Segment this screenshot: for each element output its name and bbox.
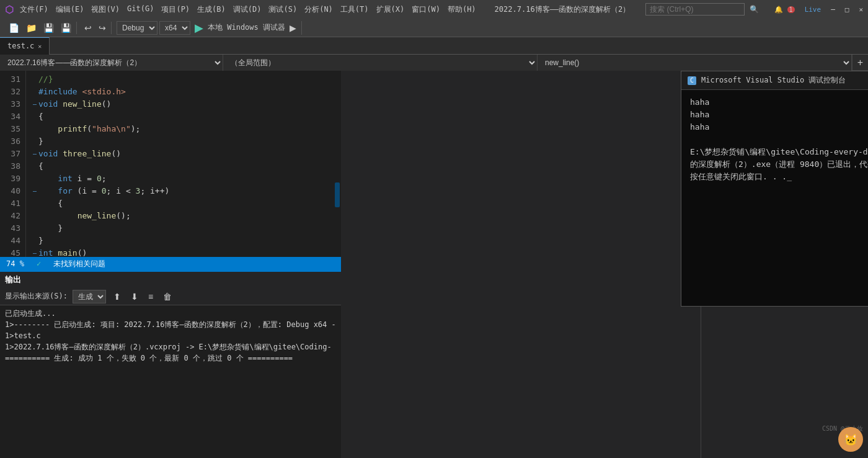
margin-39 xyxy=(31,173,38,185)
output-line-2: 1>-------- 已启动生成: 项目: 2022.7.16博客—函数的深度解… xyxy=(5,319,336,330)
menu-window[interactable]: 窗口(W) xyxy=(412,4,440,15)
menu-analyze[interactable]: 分析(N) xyxy=(304,4,333,15)
console-line-7: 按任意键关闭此窗口. . ._ xyxy=(690,171,868,183)
console-titlebar: C Microsoft Visual Studio 调试控制台 xyxy=(681,71,868,90)
menu-view[interactable]: 视图(V) xyxy=(91,4,120,15)
run-button[interactable]: ▶ xyxy=(192,21,206,35)
output-scroll-down-button[interactable]: ⬇ xyxy=(128,290,141,303)
code-line-34: { xyxy=(31,110,332,123)
notification-icon[interactable]: 🔔 1 xyxy=(774,6,795,14)
console-content: haha haha haha E:\梦想杂货铺\编程\gitee\Coding-… xyxy=(681,90,868,189)
output-wrap-button[interactable]: ≡ xyxy=(146,290,156,303)
margin-41 xyxy=(31,197,38,210)
menu-extensions[interactable]: 扩展(X) xyxy=(376,4,405,15)
avatar: 🐱 xyxy=(838,427,863,452)
file-path-select[interactable]: 2022.7.16博客——函数的深度解析（2） xyxy=(0,55,223,71)
code-line-40: — for (i = 0; i < 3; i++) xyxy=(31,185,332,197)
output-toolbar: 显示输出来源(S): 生成 ⬆ ⬇ ≡ 🗑 xyxy=(0,288,341,305)
line-num-37: 37 xyxy=(0,148,20,160)
code-line-45: — int main() xyxy=(31,247,332,257)
live-share-button[interactable]: Live xyxy=(805,6,822,14)
tab-close-button[interactable]: ✕ xyxy=(38,43,42,50)
zoom-level: 74 % xyxy=(6,259,24,268)
editor-scrollbar[interactable] xyxy=(332,71,341,257)
margin-36 xyxy=(31,135,38,148)
console-line-4 xyxy=(690,133,868,146)
redo-button[interactable]: ↪ xyxy=(96,22,108,34)
code-line-43: } xyxy=(31,222,332,235)
menu-help[interactable]: 帮助(H) xyxy=(448,4,476,15)
line-num-35: 35 xyxy=(0,123,20,135)
line-num-45: 45 xyxy=(0,247,20,257)
margin-32 xyxy=(31,86,38,98)
output-content: 已启动生成... 1>-------- 已启动生成: 项目: 2022.7.16… xyxy=(0,305,341,366)
vs-logo: ⬡ xyxy=(5,4,14,16)
close-button[interactable]: ✕ xyxy=(859,6,863,14)
console-line-3: haha xyxy=(690,121,868,133)
margin-37: — xyxy=(31,148,38,160)
console-line-2: haha xyxy=(690,109,868,121)
save-all-button[interactable]: 💾 xyxy=(58,22,74,34)
tab-test-c[interactable]: test.c ✕ xyxy=(0,37,50,55)
menu-debug[interactable]: 调试(D) xyxy=(233,4,262,15)
menu-build[interactable]: 生成(B) xyxy=(197,4,226,15)
margin-33: — xyxy=(31,98,38,110)
title-search-area: 🔍 xyxy=(645,3,759,16)
menu-bar: 文件(F) 编辑(E) 视图(V) Git(G) 项目(P) 生成(B) 调试(… xyxy=(20,4,476,15)
output-panel: 输出 显示输出来源(S): 生成 ⬆ ⬇ ≡ 🗑 已启动生成... 1>----… xyxy=(0,271,341,458)
code-line-44: } xyxy=(31,235,332,247)
code-nav-bar: 2022.7.16博客——函数的深度解析（2） （全局范围） new_line(… xyxy=(0,55,868,71)
toolbar-debug-group: Debug x64 ▶ 本地 Windows 调试器 ▶ xyxy=(114,21,302,35)
window-title: 2022.7.16博客——函数的深度解析（2） xyxy=(495,4,631,15)
line-num-38: 38 xyxy=(0,160,20,173)
run-alt-button[interactable]: ▶ xyxy=(287,22,299,34)
debug-config-select[interactable]: Debug xyxy=(117,21,157,35)
output-line-1: 已启动生成... xyxy=(5,308,336,319)
line-num-43: 43 xyxy=(0,222,20,235)
menu-file[interactable]: 文件(F) xyxy=(20,4,48,15)
code-line-37: — void three_line() xyxy=(31,148,332,160)
margin-45: — xyxy=(31,247,38,257)
menu-test[interactable]: 测试(S) xyxy=(268,4,297,15)
scope-select[interactable]: （全局范围） xyxy=(223,55,538,71)
line-num-34: 34 xyxy=(0,110,20,123)
run-label[interactable]: 本地 Windows 调试器 xyxy=(208,22,285,33)
code-line-31: //} xyxy=(31,73,332,86)
status-bar: 74 % ✓ 未找到相关问题 xyxy=(0,257,341,271)
main-content: 31 32 33 34 35 36 37 38 39 40 41 42 43 4… xyxy=(0,71,868,458)
function-select[interactable]: new_line() xyxy=(538,55,852,71)
line-num-42: 42 xyxy=(0,210,20,222)
platform-select[interactable]: x64 xyxy=(159,21,190,35)
code-lines[interactable]: //} #include <stdio.h> — void new_line()… xyxy=(26,71,332,257)
main-toolbar: 📄 📁 💾 💾 ↩ ↪ Debug x64 ▶ 本地 Windows 调试器 ▶ xyxy=(0,19,868,37)
code-line-38: { xyxy=(31,160,332,173)
new-file-button[interactable]: 📄 xyxy=(6,22,22,34)
output-line-4: 1>2022.7.16博客—函数的深度解析（2）.vcxproj -> E:\梦… xyxy=(5,341,336,352)
menu-git[interactable]: Git(G) xyxy=(127,4,154,15)
open-folder-button[interactable]: 📁 xyxy=(24,22,39,34)
toolbar-undo-group: ↩ ↪ xyxy=(79,22,112,34)
menu-project[interactable]: 项目(P) xyxy=(161,4,190,15)
menu-tools[interactable]: 工具(T) xyxy=(340,4,369,15)
line-num-31: 31 xyxy=(0,73,20,86)
line-num-33: 33 xyxy=(0,98,20,110)
code-line-39: int i = 0; xyxy=(31,173,332,185)
output-clear-button[interactable]: 🗑 xyxy=(161,290,174,303)
save-button[interactable]: 💾 xyxy=(41,22,56,34)
output-line-5: ========== 生成: 成功 1 个，失败 0 个，最新 0 个，跳过 0… xyxy=(5,352,336,364)
code-line-36: } xyxy=(31,135,332,148)
console-line-1: haha xyxy=(690,96,868,109)
undo-button[interactable]: ↩ xyxy=(82,22,94,34)
title-bar: ⬡ 文件(F) 编辑(E) 视图(V) Git(G) 项目(P) 生成(B) 调… xyxy=(0,0,868,19)
menu-edit[interactable]: 编辑(E) xyxy=(56,4,84,15)
code-line-42: new_line(); xyxy=(31,210,332,222)
minimize-button[interactable]: ─ xyxy=(831,6,835,14)
output-line-3: 1>test.c xyxy=(5,330,336,341)
output-source-select[interactable]: 生成 xyxy=(73,290,106,303)
new-file-nav-button[interactable]: + xyxy=(852,55,868,71)
output-scroll-up-button[interactable]: ⬆ xyxy=(111,290,123,303)
title-search-input[interactable] xyxy=(645,3,745,16)
maximize-button[interactable]: □ xyxy=(845,6,849,14)
scrollbar-thumb[interactable] xyxy=(335,182,340,207)
console-line-5: E:\梦想杂货铺\编程\gitee\Coding-every-day\2022年… xyxy=(690,146,868,158)
